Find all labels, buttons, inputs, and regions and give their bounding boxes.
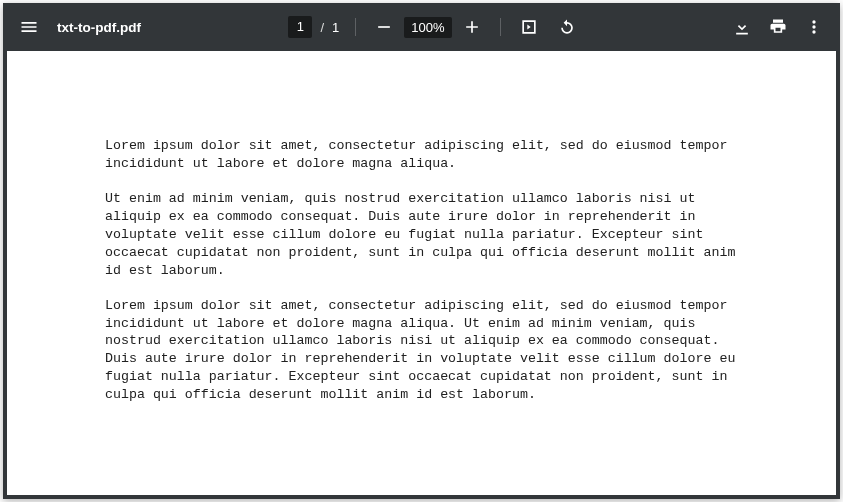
download-icon [732,17,752,37]
page-total: 1 [332,20,339,35]
page-current-input[interactable]: 1 [288,16,312,38]
download-button[interactable] [724,9,760,45]
minus-icon [374,17,394,37]
more-button[interactable] [796,9,832,45]
divider [355,18,356,36]
rotate-button[interactable] [549,9,585,45]
toolbar-center: 1 / 1 100% [288,9,584,45]
fit-page-icon [519,17,539,37]
plus-icon [462,17,482,37]
print-button[interactable] [760,9,796,45]
menu-button[interactable] [11,9,47,45]
document-page: Lorem ipsum dolor sit amet, consectetur … [7,51,836,495]
hamburger-icon [19,17,39,37]
paragraph: Lorem ipsum dolor sit amet, consectetur … [105,297,738,405]
pdf-viewer: txt-to-pdf.pdf 1 / 1 100% [3,3,840,499]
toolbar: txt-to-pdf.pdf 1 / 1 100% [3,3,840,51]
page-separator: / [320,20,324,35]
fit-page-button[interactable] [511,9,547,45]
print-icon [768,17,788,37]
paragraph: Ut enim ad minim veniam, quis nostrud ex… [105,190,738,280]
page-area[interactable]: Lorem ipsum dolor sit amet, consectetur … [3,51,840,499]
zoom-value[interactable]: 100% [404,17,451,38]
zoom-in-button[interactable] [454,9,490,45]
rotate-icon [557,17,577,37]
more-vertical-icon [804,17,824,37]
paragraph: Lorem ipsum dolor sit amet, consectetur … [105,137,738,173]
document-title: txt-to-pdf.pdf [57,20,141,35]
divider [500,18,501,36]
zoom-out-button[interactable] [366,9,402,45]
